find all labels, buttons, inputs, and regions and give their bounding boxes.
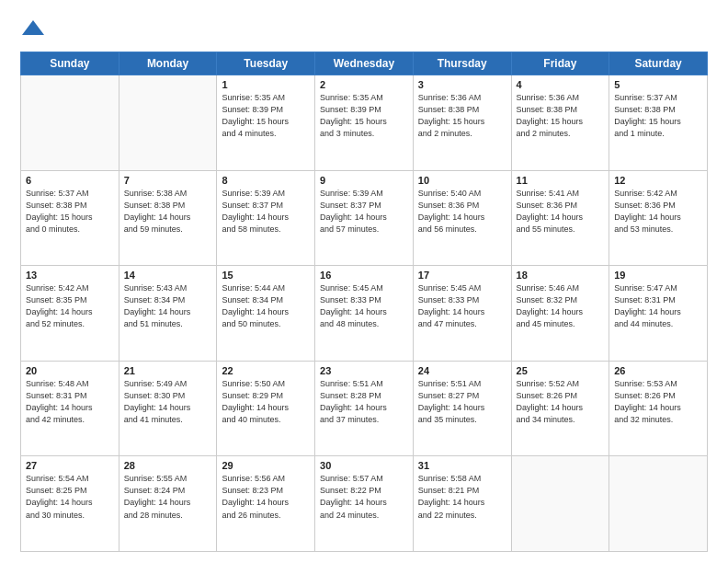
- day-cell: [609, 456, 708, 552]
- day-cell: 2Sunrise: 5:35 AM Sunset: 8:39 PM Daylig…: [315, 75, 414, 171]
- logo: [20, 17, 50, 42]
- day-cell: 1Sunrise: 5:35 AM Sunset: 8:39 PM Daylig…: [217, 75, 315, 171]
- day-number: 24: [418, 365, 506, 376]
- day-number: 2: [320, 79, 408, 90]
- day-cell: 19Sunrise: 5:47 AM Sunset: 8:31 PM Dayli…: [609, 266, 708, 362]
- day-cell: 8Sunrise: 5:39 AM Sunset: 8:37 PM Daylig…: [217, 170, 315, 266]
- day-cell: 28Sunrise: 5:55 AM Sunset: 8:24 PM Dayli…: [119, 456, 217, 552]
- day-info: Sunrise: 5:50 AM Sunset: 8:29 PM Dayligh…: [222, 378, 310, 426]
- svg-rect-1: [29, 29, 37, 35]
- day-cell: [21, 75, 119, 171]
- week-row-4: 20Sunrise: 5:48 AM Sunset: 8:31 PM Dayli…: [21, 361, 708, 456]
- day-number: 27: [26, 460, 114, 471]
- day-info: Sunrise: 5:54 AM Sunset: 8:25 PM Dayligh…: [26, 473, 114, 521]
- day-info: Sunrise: 5:37 AM Sunset: 8:38 PM Dayligh…: [614, 92, 702, 140]
- day-info: Sunrise: 5:46 AM Sunset: 8:32 PM Dayligh…: [517, 282, 605, 330]
- day-info: Sunrise: 5:36 AM Sunset: 8:38 PM Dayligh…: [517, 92, 605, 140]
- day-number: 8: [222, 175, 310, 186]
- day-info: Sunrise: 5:49 AM Sunset: 8:30 PM Dayligh…: [124, 378, 212, 426]
- day-number: 25: [517, 365, 605, 376]
- day-info: Sunrise: 5:41 AM Sunset: 8:36 PM Dayligh…: [517, 188, 605, 236]
- day-number: 16: [320, 270, 408, 281]
- day-cell: 11Sunrise: 5:41 AM Sunset: 8:36 PM Dayli…: [511, 170, 609, 266]
- day-info: Sunrise: 5:51 AM Sunset: 8:28 PM Dayligh…: [320, 378, 408, 426]
- day-cell: 24Sunrise: 5:51 AM Sunset: 8:27 PM Dayli…: [413, 361, 511, 456]
- day-info: Sunrise: 5:42 AM Sunset: 8:35 PM Dayligh…: [26, 282, 114, 330]
- day-cell: 14Sunrise: 5:43 AM Sunset: 8:34 PM Dayli…: [119, 266, 217, 362]
- day-header-saturday: Saturday: [609, 52, 708, 75]
- day-info: Sunrise: 5:48 AM Sunset: 8:31 PM Dayligh…: [26, 378, 114, 426]
- day-cell: [511, 456, 609, 552]
- day-number: 30: [320, 460, 408, 471]
- day-cell: 21Sunrise: 5:49 AM Sunset: 8:30 PM Dayli…: [119, 361, 217, 456]
- day-info: Sunrise: 5:35 AM Sunset: 8:39 PM Dayligh…: [222, 92, 310, 140]
- day-number: 31: [418, 460, 506, 471]
- day-header-thursday: Thursday: [413, 52, 511, 75]
- day-cell: 20Sunrise: 5:48 AM Sunset: 8:31 PM Dayli…: [21, 361, 119, 456]
- day-info: Sunrise: 5:51 AM Sunset: 8:27 PM Dayligh…: [418, 378, 506, 426]
- day-number: 6: [26, 175, 114, 186]
- day-cell: 7Sunrise: 5:38 AM Sunset: 8:38 PM Daylig…: [119, 170, 217, 266]
- day-info: Sunrise: 5:43 AM Sunset: 8:34 PM Dayligh…: [124, 282, 212, 330]
- day-cell: 5Sunrise: 5:37 AM Sunset: 8:38 PM Daylig…: [609, 75, 708, 171]
- day-info: Sunrise: 5:57 AM Sunset: 8:22 PM Dayligh…: [320, 473, 408, 521]
- day-info: Sunrise: 5:42 AM Sunset: 8:36 PM Dayligh…: [614, 188, 702, 236]
- day-info: Sunrise: 5:38 AM Sunset: 8:38 PM Dayligh…: [124, 188, 212, 236]
- day-number: 12: [614, 175, 702, 186]
- day-cell: 9Sunrise: 5:39 AM Sunset: 8:37 PM Daylig…: [315, 170, 414, 266]
- day-number: 28: [124, 460, 212, 471]
- day-info: Sunrise: 5:55 AM Sunset: 8:24 PM Dayligh…: [124, 473, 212, 521]
- day-info: Sunrise: 5:52 AM Sunset: 8:26 PM Dayligh…: [517, 378, 605, 426]
- day-info: Sunrise: 5:40 AM Sunset: 8:36 PM Dayligh…: [418, 188, 506, 236]
- day-cell: 27Sunrise: 5:54 AM Sunset: 8:25 PM Dayli…: [21, 456, 119, 552]
- day-cell: 22Sunrise: 5:50 AM Sunset: 8:29 PM Dayli…: [217, 361, 315, 456]
- day-number: 11: [517, 175, 605, 186]
- week-row-1: 1Sunrise: 5:35 AM Sunset: 8:39 PM Daylig…: [21, 75, 708, 171]
- day-cell: 23Sunrise: 5:51 AM Sunset: 8:28 PM Dayli…: [315, 361, 414, 456]
- day-number: 17: [418, 270, 506, 281]
- day-cell: 30Sunrise: 5:57 AM Sunset: 8:22 PM Dayli…: [315, 456, 414, 552]
- day-cell: 26Sunrise: 5:53 AM Sunset: 8:26 PM Dayli…: [609, 361, 708, 456]
- day-number: 3: [418, 79, 506, 90]
- day-cell: 10Sunrise: 5:40 AM Sunset: 8:36 PM Dayli…: [413, 170, 511, 266]
- day-info: Sunrise: 5:56 AM Sunset: 8:23 PM Dayligh…: [222, 473, 310, 521]
- day-cell: 25Sunrise: 5:52 AM Sunset: 8:26 PM Dayli…: [511, 361, 609, 456]
- header: [20, 17, 708, 42]
- header-row: SundayMondayTuesdayWednesdayThursdayFrid…: [21, 52, 708, 75]
- day-number: 26: [614, 365, 702, 376]
- page: SundayMondayTuesdayWednesdayThursdayFrid…: [0, 0, 728, 563]
- day-number: 15: [222, 270, 310, 281]
- day-info: Sunrise: 5:53 AM Sunset: 8:26 PM Dayligh…: [614, 378, 702, 426]
- day-info: Sunrise: 5:47 AM Sunset: 8:31 PM Dayligh…: [614, 282, 702, 330]
- day-cell: 13Sunrise: 5:42 AM Sunset: 8:35 PM Dayli…: [21, 266, 119, 362]
- week-row-2: 6Sunrise: 5:37 AM Sunset: 8:38 PM Daylig…: [21, 170, 708, 266]
- logo-icon: [20, 17, 46, 42]
- day-cell: 3Sunrise: 5:36 AM Sunset: 8:38 PM Daylig…: [413, 75, 511, 171]
- day-number: 21: [124, 365, 212, 376]
- day-number: 20: [26, 365, 114, 376]
- day-info: Sunrise: 5:39 AM Sunset: 8:37 PM Dayligh…: [320, 188, 408, 236]
- day-number: 5: [614, 79, 702, 90]
- day-info: Sunrise: 5:45 AM Sunset: 8:33 PM Dayligh…: [418, 282, 506, 330]
- day-number: 7: [124, 175, 212, 186]
- day-number: 1: [222, 79, 310, 90]
- day-number: 23: [320, 365, 408, 376]
- day-number: 19: [614, 270, 702, 281]
- day-number: 14: [124, 270, 212, 281]
- day-info: Sunrise: 5:37 AM Sunset: 8:38 PM Dayligh…: [26, 188, 114, 236]
- day-number: 29: [222, 460, 310, 471]
- day-header-sunday: Sunday: [21, 52, 119, 75]
- day-header-friday: Friday: [511, 52, 609, 75]
- day-cell: 6Sunrise: 5:37 AM Sunset: 8:38 PM Daylig…: [21, 170, 119, 266]
- day-number: 13: [26, 270, 114, 281]
- day-number: 9: [320, 175, 408, 186]
- day-cell: 29Sunrise: 5:56 AM Sunset: 8:23 PM Dayli…: [217, 456, 315, 552]
- day-info: Sunrise: 5:45 AM Sunset: 8:33 PM Dayligh…: [320, 282, 408, 330]
- day-header-tuesday: Tuesday: [217, 52, 315, 75]
- day-info: Sunrise: 5:39 AM Sunset: 8:37 PM Dayligh…: [222, 188, 310, 236]
- day-cell: 15Sunrise: 5:44 AM Sunset: 8:34 PM Dayli…: [217, 266, 315, 362]
- day-number: 10: [418, 175, 506, 186]
- day-header-monday: Monday: [119, 52, 217, 75]
- day-cell: 4Sunrise: 5:36 AM Sunset: 8:38 PM Daylig…: [511, 75, 609, 171]
- week-row-5: 27Sunrise: 5:54 AM Sunset: 8:25 PM Dayli…: [21, 456, 708, 552]
